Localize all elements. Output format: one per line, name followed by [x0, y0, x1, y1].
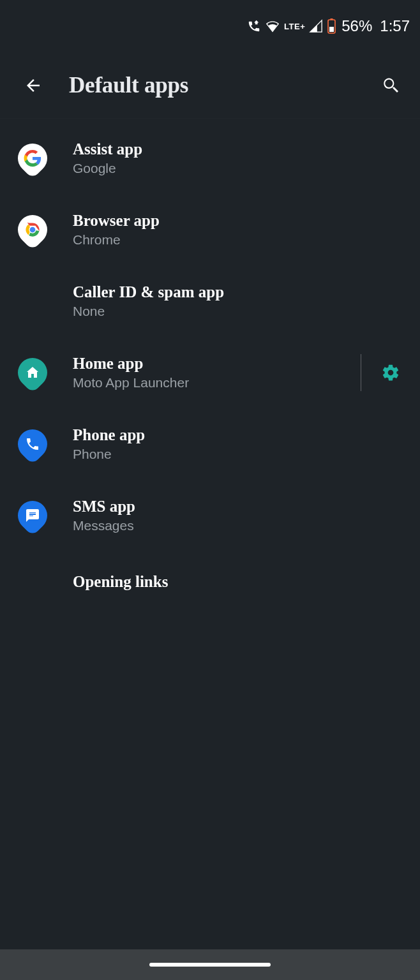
list-item-caller-id-spam-app[interactable]: Caller ID & spam app None — [0, 265, 420, 337]
item-sub: Chrome — [73, 232, 405, 248]
item-sub: None — [73, 304, 405, 319]
battery-icon — [327, 19, 336, 34]
item-title: Phone app — [73, 426, 405, 444]
item-sub: Google — [73, 161, 405, 176]
item-title: Caller ID & spam app — [73, 283, 405, 301]
app-header: Default apps — [0, 52, 420, 119]
item-sub: Moto App Launcher — [73, 375, 361, 390]
phone-app-icon — [18, 429, 47, 459]
lte-label: LTE+ — [284, 22, 305, 31]
list-item-browser-app[interactable]: Browser app Chrome — [0, 194, 420, 265]
item-title: Assist app — [73, 140, 405, 158]
page-title: Default apps — [69, 73, 375, 98]
list-item-phone-app[interactable]: Phone app Phone — [0, 408, 420, 480]
item-sub: Phone — [73, 447, 405, 462]
gear-icon — [381, 363, 400, 382]
wifi-icon — [265, 19, 280, 33]
nav-gesture-pill[interactable] — [149, 963, 271, 967]
home-launcher-icon — [18, 358, 47, 387]
search-icon — [380, 75, 401, 96]
battery-percent: 56% — [341, 17, 372, 35]
list-item-sms-app[interactable]: SMS app Messages — [0, 480, 420, 551]
home-app-settings-button[interactable] — [377, 359, 405, 387]
svg-rect-2 — [329, 27, 334, 32]
wifi-calling-icon — [247, 19, 261, 33]
signal-icon — [309, 19, 323, 33]
list-item-home-app[interactable]: Home app Moto App Launcher — [0, 337, 420, 408]
item-title: Home app — [73, 355, 361, 373]
arrow-left-icon — [24, 76, 43, 95]
item-title: SMS app — [73, 498, 405, 516]
clock: 1:57 — [380, 17, 410, 35]
item-title: Browser app — [73, 212, 405, 230]
item-title: Opening links — [73, 573, 405, 591]
back-button[interactable] — [18, 70, 49, 101]
search-button[interactable] — [375, 70, 406, 101]
item-sub: Messages — [73, 518, 405, 533]
messages-app-icon — [18, 501, 47, 530]
google-assist-icon — [18, 144, 47, 173]
list-item-assist-app[interactable]: Assist app Google — [0, 122, 420, 194]
navigation-bar — [0, 949, 420, 980]
divider — [361, 354, 361, 391]
list-item-opening-links[interactable]: Opening links — [0, 551, 420, 612]
status-bar: LTE+ 56% 1:57 — [0, 0, 420, 52]
chrome-icon — [18, 215, 47, 244]
settings-list: Assist app Google Browser app Chrome Cal… — [0, 119, 420, 612]
svg-point-5 — [30, 227, 36, 233]
